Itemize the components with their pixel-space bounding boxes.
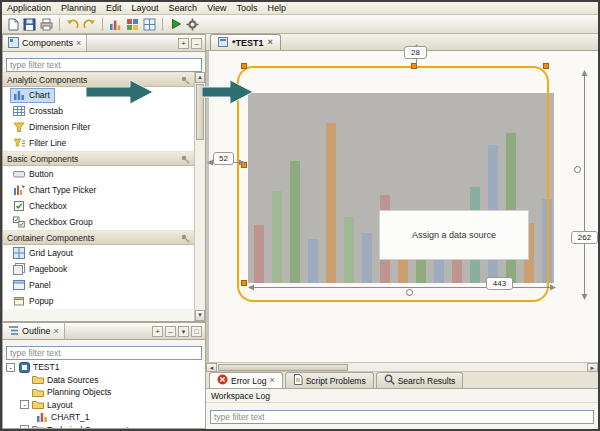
outline-node-test1[interactable]: TEST1	[3, 361, 205, 374]
tree-label: CHART_1	[51, 412, 90, 422]
error-log-filter-input[interactable]	[210, 410, 594, 424]
gear-folder-icon	[32, 424, 44, 428]
component-item-chart-type-picker[interactable]: Chart Type Picker	[3, 182, 194, 198]
outline-panel-header: Outline	[3, 323, 205, 340]
close-icon[interactable]	[268, 38, 273, 47]
new-file-icon[interactable]	[5, 17, 20, 32]
component-item-label: Dimension Filter	[29, 122, 90, 132]
outline-view-tab[interactable]: Outline	[3, 323, 65, 339]
menu-search[interactable]: Search	[164, 2, 203, 15]
selection-handle[interactable]	[543, 63, 549, 69]
print-icon[interactable]	[39, 17, 54, 32]
tree-label: Planning Objects	[47, 387, 111, 397]
save-icon[interactable]	[22, 17, 37, 32]
gear-icon[interactable]	[185, 17, 200, 32]
category-basic-components[interactable]: Basic Components	[3, 151, 194, 166]
editor-horizontal-scrollbar[interactable]	[206, 362, 598, 372]
tab-script-problems[interactable]: Script Problems	[285, 372, 374, 388]
view-menu-icon[interactable]	[178, 326, 189, 337]
selection-handle[interactable]	[241, 63, 247, 69]
category-label: Basic Components	[7, 154, 78, 164]
component-item-label: Filter Line	[29, 138, 66, 148]
grid-icon[interactable]	[142, 17, 157, 32]
category-container-components[interactable]: Container Components	[3, 230, 194, 245]
components-filter-input[interactable]	[6, 58, 202, 72]
component-item-label: Button	[29, 169, 54, 179]
menu-help[interactable]: Help	[263, 2, 292, 15]
maximize-view-icon[interactable]	[191, 326, 202, 337]
components-scrollbar[interactable]	[194, 72, 205, 321]
outline-node-planning-objects[interactable]: Planning Objects	[3, 386, 205, 399]
component-item-checkbox[interactable]: Checkbox	[3, 198, 194, 214]
button-icon	[12, 168, 25, 181]
run-icon[interactable]	[168, 17, 183, 32]
components-filter-row	[3, 52, 205, 74]
menu-edit[interactable]: Edit	[101, 2, 127, 15]
menubar: Application Planning Edit Layout Search …	[2, 2, 598, 15]
tab-error-log[interactable]: Error Log	[209, 372, 283, 388]
outline-filter-row	[3, 340, 205, 362]
collapse-expander-icon[interactable]	[20, 400, 29, 409]
toolbar-separator	[162, 18, 163, 31]
expand-all-icon[interactable]	[152, 326, 163, 337]
tab-label: Script Problems	[306, 376, 366, 386]
outline-view-icon	[8, 325, 19, 338]
scroll-left-icon[interactable]	[206, 363, 217, 372]
component-item-grid-layout[interactable]: Grid Layout	[3, 245, 194, 261]
component-item-dimension-filter[interactable]: Dimension Filter	[3, 119, 194, 135]
palette-icon[interactable]	[125, 17, 140, 32]
component-item-checkbox-group[interactable]: Checkbox Group	[3, 214, 194, 230]
component-item-pagebook[interactable]: Pagebook	[3, 261, 194, 277]
collapse-expander-icon[interactable]	[6, 363, 15, 372]
pagebook-icon	[12, 263, 25, 276]
tab-label: Error Log	[231, 376, 266, 386]
tab-label: Search Results	[398, 376, 456, 386]
maximize-view-icon[interactable]	[191, 38, 202, 49]
outline-filter-input[interactable]	[6, 346, 202, 360]
grid-layout-icon	[12, 247, 25, 260]
tree-label: TEST1	[33, 362, 59, 372]
editor-tab-icon	[218, 37, 228, 49]
scroll-right-icon[interactable]	[587, 363, 598, 372]
chart-wizard-icon[interactable]	[108, 17, 123, 32]
component-item-button[interactable]: Button	[3, 166, 194, 182]
component-item-crosstab[interactable]: Crosstab	[3, 103, 194, 119]
minimize-view-icon[interactable]	[178, 38, 189, 49]
scroll-down-icon[interactable]	[195, 310, 205, 321]
component-item-panel[interactable]: Panel	[3, 277, 194, 293]
outline-node-data-sources[interactable]: Data Sources	[3, 374, 205, 387]
components-panel-header: Components	[3, 35, 205, 52]
outline-node-chart-1[interactable]: CHART_1	[3, 411, 205, 424]
editor-tab-test1[interactable]: *TEST1	[210, 34, 281, 50]
pin-icon	[181, 229, 190, 247]
application-icon	[18, 361, 30, 373]
editor-area: *TEST1 Assign a data source 28	[206, 34, 598, 429]
close-icon[interactable]	[269, 376, 274, 385]
selection-handle[interactable]	[241, 280, 247, 286]
menu-view[interactable]: View	[202, 2, 231, 15]
category-label: Analytic Components	[7, 75, 87, 85]
close-icon[interactable]	[76, 39, 81, 48]
search-icon	[384, 374, 395, 387]
undo-icon[interactable]	[65, 17, 80, 32]
components-panel: Components Analytic Components Chart	[2, 34, 206, 322]
panel-icon	[12, 279, 25, 292]
menu-layout[interactable]: Layout	[127, 2, 164, 15]
expand-expander-icon[interactable]	[20, 425, 29, 428]
folder-icon	[32, 374, 44, 386]
tab-search-results[interactable]: Search Results	[376, 372, 464, 388]
collapse-all-icon[interactable]	[165, 326, 176, 337]
menu-tools[interactable]: Tools	[232, 2, 263, 15]
outline-node-technical-components[interactable]: Technical Components	[3, 424, 205, 429]
menu-application[interactable]: Application	[2, 2, 56, 15]
component-item-label: Crosstab	[29, 106, 63, 116]
close-icon[interactable]	[54, 327, 59, 336]
components-view-tab[interactable]: Components	[3, 35, 87, 51]
menu-planning[interactable]: Planning	[56, 2, 101, 15]
component-item-filter-line[interactable]: Filter Line	[3, 135, 194, 151]
redo-icon[interactable]	[82, 17, 97, 32]
outline-node-layout[interactable]: Layout	[3, 399, 205, 412]
scrollbar-thumb[interactable]	[218, 364, 348, 371]
component-item-popup[interactable]: Popup	[3, 293, 194, 309]
components-view-icon	[8, 37, 19, 50]
